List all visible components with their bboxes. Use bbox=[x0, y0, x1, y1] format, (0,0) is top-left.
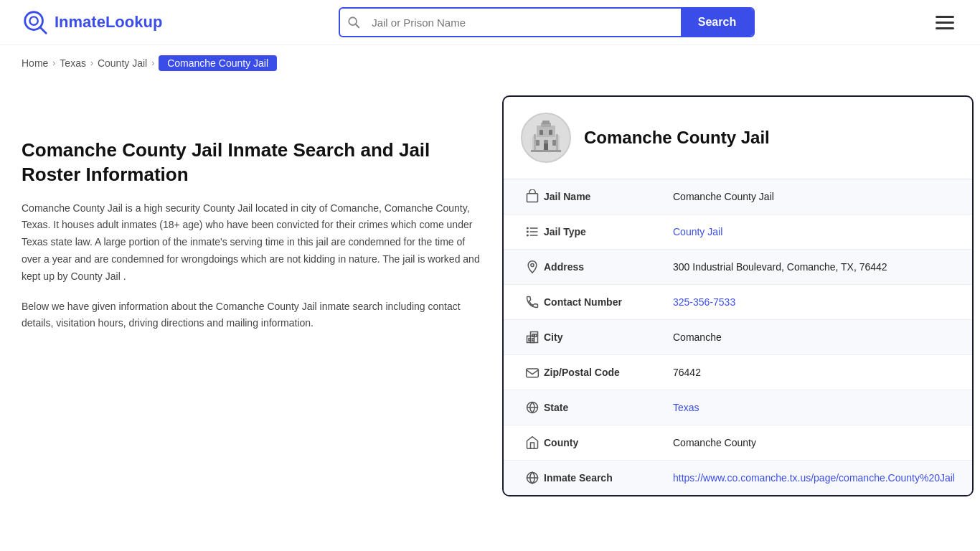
info-row: CountyComanche County bbox=[504, 425, 972, 461]
logo-icon bbox=[22, 9, 49, 36]
svg-rect-28 bbox=[529, 339, 531, 341]
breadcrumb-home[interactable]: Home bbox=[22, 57, 48, 69]
hamburger-line-1 bbox=[936, 16, 954, 18]
svg-line-2 bbox=[40, 27, 47, 34]
info-value[interactable]: County Jail bbox=[673, 226, 955, 237]
list-icon bbox=[521, 225, 544, 239]
svg-point-22 bbox=[527, 227, 529, 229]
search-icon-wrap bbox=[340, 16, 367, 29]
info-row: Contact Number325-356-7533 bbox=[504, 285, 972, 320]
city-icon bbox=[521, 330, 544, 344]
svg-point-25 bbox=[531, 263, 534, 266]
svg-rect-29 bbox=[532, 334, 534, 336]
info-value[interactable]: https://www.co.comanche.tx.us/page/coman… bbox=[673, 472, 955, 484]
info-value-link[interactable]: County Jail bbox=[673, 226, 722, 237]
info-value[interactable]: 325-356-7533 bbox=[673, 296, 955, 308]
svg-rect-15 bbox=[534, 134, 536, 151]
info-table: Jail NameComanche County JailJail TypeCo… bbox=[504, 179, 972, 495]
breadcrumb-texas[interactable]: Texas bbox=[60, 57, 86, 69]
info-label: Jail Name bbox=[544, 191, 673, 202]
info-row: Address300 Industrial Boulevard, Comanch… bbox=[504, 250, 972, 285]
svg-rect-30 bbox=[534, 334, 537, 336]
info-row: CityComanche bbox=[504, 320, 972, 355]
breadcrumb-current: Comanche County Jail bbox=[159, 55, 277, 71]
breadcrumb-sep-1: › bbox=[52, 58, 55, 68]
svg-rect-12 bbox=[540, 130, 543, 135]
svg-point-24 bbox=[527, 235, 529, 236]
search-globe-icon bbox=[521, 471, 544, 485]
globe-icon bbox=[521, 400, 544, 415]
building-icon bbox=[521, 189, 544, 204]
info-value-link[interactable]: https://www.co.comanche.tx.us/page/coman… bbox=[673, 472, 955, 484]
pin-icon bbox=[521, 260, 544, 274]
info-label: Contact Number bbox=[544, 296, 673, 308]
svg-rect-6 bbox=[537, 126, 555, 137]
search-button[interactable]: Search bbox=[681, 9, 753, 36]
jail-card: Comanche County Jail Jail NameComanche C… bbox=[502, 95, 974, 496]
hamburger-line-3 bbox=[936, 27, 954, 29]
svg-point-23 bbox=[527, 231, 529, 232]
info-label: County bbox=[544, 437, 673, 448]
jail-building-icon bbox=[527, 118, 565, 157]
svg-rect-18 bbox=[527, 194, 538, 202]
search-input[interactable] bbox=[367, 9, 681, 36]
info-value: 76442 bbox=[673, 367, 955, 378]
info-value: Comanche County Jail bbox=[673, 191, 955, 202]
svg-rect-31 bbox=[532, 339, 534, 341]
logo-text: InmateLookup bbox=[55, 13, 162, 32]
breadcrumb: Home › Texas › County Jail › Comanche Co… bbox=[0, 45, 980, 81]
info-value: Comanche bbox=[673, 331, 955, 343]
search-bar: Search bbox=[339, 7, 755, 37]
hamburger-line-2 bbox=[936, 22, 954, 24]
info-value-link[interactable]: Texas bbox=[673, 402, 699, 413]
search-icon bbox=[347, 16, 360, 29]
breadcrumb-county-jail[interactable]: County Jail bbox=[98, 57, 147, 69]
info-value: 300 Industrial Boulevard, Comanche, TX, … bbox=[673, 261, 955, 273]
page-desc-1: Comanche County Jail is a high security … bbox=[22, 200, 481, 286]
breadcrumb-sep-3: › bbox=[151, 58, 154, 68]
info-label: Zip/Postal Code bbox=[544, 367, 673, 378]
info-label: Address bbox=[544, 261, 673, 273]
info-label: Jail Type bbox=[544, 226, 673, 237]
info-value-link[interactable]: 325-356-7533 bbox=[673, 296, 735, 308]
svg-point-1 bbox=[29, 17, 37, 24]
main-content: Comanche County Jail Inmate Search and J… bbox=[0, 81, 980, 525]
info-label: Inmate Search bbox=[544, 472, 673, 484]
svg-rect-13 bbox=[549, 130, 552, 135]
page-desc-2: Below we have given information about th… bbox=[22, 298, 481, 333]
phone-icon bbox=[521, 295, 544, 309]
page-title: Comanche County Jail Inmate Search and J… bbox=[22, 138, 481, 187]
info-label: State bbox=[544, 402, 673, 413]
breadcrumb-sep-2: › bbox=[90, 58, 93, 68]
info-row: Jail NameComanche County Jail bbox=[504, 179, 972, 215]
svg-rect-8 bbox=[542, 121, 550, 124]
jail-avatar bbox=[521, 113, 571, 163]
info-label: City bbox=[544, 331, 673, 343]
logo-link[interactable]: InmateLookup bbox=[22, 9, 162, 36]
county-icon bbox=[521, 435, 544, 450]
right-column: Comanche County Jail Jail NameComanche C… bbox=[502, 95, 974, 496]
mail-icon bbox=[521, 365, 544, 380]
svg-rect-32 bbox=[527, 369, 539, 377]
info-row: Jail TypeCounty Jail bbox=[504, 215, 972, 250]
info-row: StateTexas bbox=[504, 390, 972, 425]
jail-card-header: Comanche County Jail bbox=[504, 97, 972, 179]
info-row: Inmate Searchhttps://www.co.comanche.tx.… bbox=[504, 461, 972, 495]
info-row: Zip/Postal Code76442 bbox=[504, 355, 972, 390]
hamburger-menu[interactable] bbox=[931, 11, 958, 34]
svg-rect-17 bbox=[531, 150, 561, 152]
info-value[interactable]: Texas bbox=[673, 402, 955, 413]
site-header: InmateLookup Search bbox=[0, 0, 980, 45]
svg-line-4 bbox=[356, 24, 359, 28]
info-value: Comanche County bbox=[673, 437, 955, 448]
svg-rect-16 bbox=[556, 134, 558, 151]
jail-card-title: Comanche County Jail bbox=[584, 128, 770, 148]
left-column: Comanche County Jail Inmate Search and J… bbox=[22, 95, 481, 496]
